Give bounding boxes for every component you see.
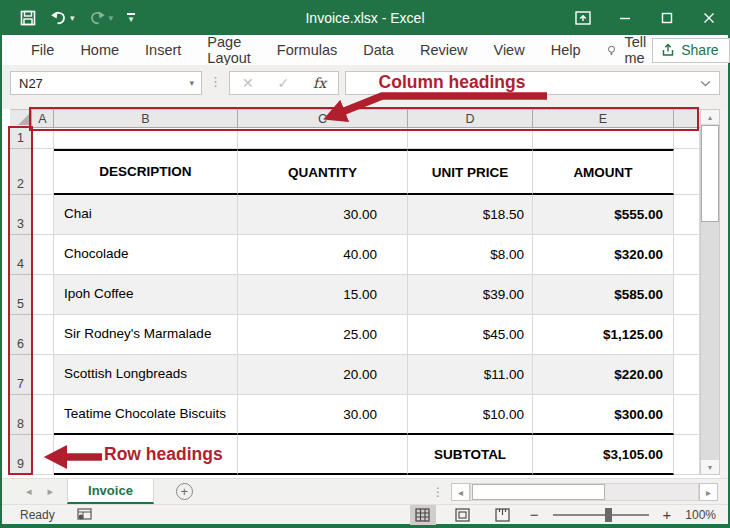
cell-f5[interactable] bbox=[674, 275, 700, 315]
row-header-3[interactable]: 3 bbox=[10, 195, 32, 235]
cell-d6[interactable]: $45.00 bbox=[408, 315, 533, 355]
zoom-level[interactable]: 100% bbox=[685, 508, 716, 522]
row-header-4[interactable]: 4 bbox=[10, 235, 32, 275]
vertical-scroll-thumb[interactable] bbox=[701, 125, 719, 222]
cell-f4[interactable] bbox=[674, 235, 700, 275]
cell-c4[interactable]: 40.00 bbox=[238, 235, 408, 275]
share-button[interactable]: Share bbox=[652, 38, 729, 63]
cell-a8[interactable] bbox=[32, 395, 54, 435]
tab-view[interactable]: View bbox=[480, 35, 537, 65]
zoom-slider-thumb[interactable] bbox=[605, 508, 612, 522]
normal-view-button[interactable] bbox=[410, 505, 436, 525]
cell-f7[interactable] bbox=[674, 355, 700, 395]
scroll-up-button[interactable]: ▴ bbox=[701, 110, 719, 124]
tab-splitter-dots[interactable]: ⋮ bbox=[432, 485, 444, 499]
cell-c1[interactable] bbox=[238, 128, 408, 149]
cell-c6[interactable]: 25.00 bbox=[238, 315, 408, 355]
cell-c5[interactable]: 15.00 bbox=[238, 275, 408, 315]
cell-e8[interactable]: $300.00 bbox=[533, 395, 674, 435]
cell-e5[interactable]: $585.00 bbox=[533, 275, 674, 315]
next-sheet-icon[interactable]: ▸ bbox=[48, 485, 54, 498]
cell-subtotal-label[interactable]: SUBTOTAL bbox=[408, 435, 533, 475]
cell-a4[interactable] bbox=[32, 235, 54, 275]
cell-e3[interactable]: $555.00 bbox=[533, 195, 674, 235]
column-header-a[interactable]: A bbox=[32, 109, 54, 128]
column-header-d[interactable]: D bbox=[408, 109, 533, 128]
scroll-right-button[interactable]: ▸ bbox=[699, 483, 718, 501]
cell-c8[interactable]: 30.00 bbox=[238, 395, 408, 435]
cell-a1[interactable] bbox=[32, 128, 54, 149]
row-header-1[interactable]: 1 bbox=[10, 128, 32, 149]
cell-b8[interactable]: Teatime Chocolate Biscuits bbox=[54, 395, 238, 435]
cell-f3[interactable] bbox=[674, 195, 700, 235]
column-header-e[interactable]: E bbox=[533, 109, 674, 128]
cell-c3[interactable]: 30.00 bbox=[238, 195, 408, 235]
tab-file[interactable]: File bbox=[18, 35, 67, 65]
cell-b9[interactable] bbox=[54, 435, 238, 475]
cell-b7[interactable]: Scottish Longbreads bbox=[54, 355, 238, 395]
cell-description-header[interactable]: DESCRIPTION bbox=[54, 149, 238, 195]
cell-a9[interactable] bbox=[32, 435, 54, 475]
zoom-slider[interactable] bbox=[553, 514, 649, 516]
enter-icon[interactable]: ✓ bbox=[277, 75, 289, 91]
cell-quantity-header[interactable]: QUANTITY bbox=[238, 149, 408, 195]
cell-e6[interactable]: $1,125.00 bbox=[533, 315, 674, 355]
tab-review[interactable]: Review bbox=[407, 35, 481, 65]
cell-d8[interactable]: $10.00 bbox=[408, 395, 533, 435]
cell-a5[interactable] bbox=[32, 275, 54, 315]
select-all-corner[interactable] bbox=[10, 109, 32, 128]
vertical-scroll-track[interactable] bbox=[701, 223, 719, 460]
scroll-down-button[interactable]: ▾ bbox=[701, 460, 719, 474]
tab-help[interactable]: Help bbox=[538, 35, 594, 65]
zoom-in-button[interactable]: + bbox=[663, 506, 672, 523]
cell-d4[interactable]: $8.00 bbox=[408, 235, 533, 275]
cell-e7[interactable]: $220.00 bbox=[533, 355, 674, 395]
cell-d7[interactable]: $11.00 bbox=[408, 355, 533, 395]
tab-formulas[interactable]: Formulas bbox=[264, 35, 350, 65]
tab-home[interactable]: Home bbox=[67, 35, 132, 65]
macro-record-icon[interactable] bbox=[77, 508, 93, 521]
cell-f8[interactable] bbox=[674, 395, 700, 435]
insert-function-icon[interactable]: fx bbox=[313, 75, 326, 91]
row-header-5[interactable]: 5 bbox=[10, 275, 32, 315]
page-layout-view-button[interactable] bbox=[450, 505, 476, 525]
cell-b5[interactable]: Ipoh Coffee bbox=[54, 275, 238, 315]
row-header-6[interactable]: 6 bbox=[10, 315, 32, 355]
cell-a3[interactable] bbox=[32, 195, 54, 235]
name-box[interactable]: N27 ▾ bbox=[10, 71, 202, 95]
cell-d3[interactable]: $18.50 bbox=[408, 195, 533, 235]
column-header-c[interactable]: C bbox=[238, 109, 408, 128]
formula-bar-expand-icon[interactable] bbox=[700, 80, 711, 87]
row-header-9[interactable]: 9 bbox=[10, 435, 32, 475]
cell-amount-header[interactable]: AMOUNT bbox=[533, 149, 674, 195]
column-header-partial[interactable] bbox=[674, 109, 700, 128]
cell-b6[interactable]: Sir Rodney's Marmalade bbox=[54, 315, 238, 355]
scroll-left-button[interactable]: ◂ bbox=[451, 483, 470, 501]
cancel-icon[interactable]: ✕ bbox=[242, 75, 254, 91]
prev-sheet-icon[interactable]: ◂ bbox=[26, 485, 32, 498]
cell-a7[interactable] bbox=[32, 355, 54, 395]
tab-page-layout[interactable]: Page Layout bbox=[194, 35, 264, 65]
tab-data[interactable]: Data bbox=[350, 35, 407, 65]
row-header-7[interactable]: 7 bbox=[10, 355, 32, 395]
page-break-preview-button[interactable] bbox=[490, 505, 516, 525]
cell-f1[interactable] bbox=[674, 128, 700, 149]
row-header-2[interactable]: 2 bbox=[10, 149, 32, 195]
horizontal-scrollbar[interactable] bbox=[470, 483, 699, 501]
vertical-scrollbar[interactable]: ▴ ▾ bbox=[700, 109, 720, 475]
column-header-b[interactable]: B bbox=[54, 109, 238, 128]
sheet-tab-invoice[interactable]: Invoice bbox=[67, 479, 154, 504]
cell-a2[interactable] bbox=[32, 149, 54, 195]
cell-d5[interactable]: $39.00 bbox=[408, 275, 533, 315]
cell-b3[interactable]: Chai bbox=[54, 195, 238, 235]
formula-bar-input[interactable] bbox=[345, 71, 720, 95]
horizontal-scroll-thumb[interactable] bbox=[472, 484, 605, 500]
cell-b4[interactable]: Chocolade bbox=[54, 235, 238, 275]
cell-subtotal-value[interactable]: $3,105.00 bbox=[533, 435, 674, 475]
cell-f9[interactable] bbox=[674, 435, 700, 475]
cell-e1[interactable] bbox=[533, 128, 674, 149]
add-sheet-button[interactable]: + bbox=[176, 483, 193, 500]
cell-unit-price-header[interactable]: UNIT PRICE bbox=[408, 149, 533, 195]
cell-b1[interactable] bbox=[54, 128, 238, 149]
cell-d1[interactable] bbox=[408, 128, 533, 149]
